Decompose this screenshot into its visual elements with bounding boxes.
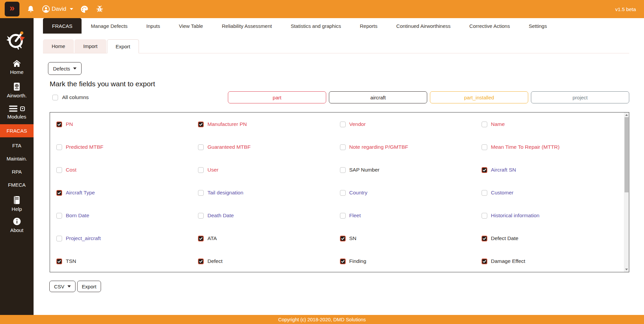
field-label: Note regarding P/GMTBF [349,144,408,150]
user-menu[interactable]: David [42,5,73,13]
nav-tab-inputs[interactable]: Inputs [146,18,160,34]
theme-palette-icon[interactable] [80,5,89,13]
field-checkbox-pn[interactable] [56,122,62,127]
field-label: Finding [349,258,366,264]
sidebar-item-about[interactable]: About [0,217,34,233]
field-checkbox-aircraft-sn[interactable] [482,167,487,173]
field-label: Tail designation [207,190,243,196]
field-checkbox-historical-information[interactable] [482,213,487,219]
sidebar-item-label: Home [10,69,23,75]
field-label: User [207,167,218,173]
sidebar-item-fracas[interactable]: FRACAS [0,124,34,137]
field-checkbox-aircraft-type[interactable] [56,190,62,196]
field-checkbox-project-aircraft[interactable] [56,236,62,241]
field-label: Historical information [491,213,540,219]
field-item-fleet: Fleet [340,213,482,219]
scroll-down-icon[interactable] [625,269,628,270]
sidebar-item-maintain[interactable]: Maintain. [0,153,34,164]
sidebar-item-help[interactable]: Help [0,196,34,212]
field-checkbox-defect-date[interactable] [482,236,487,241]
field-label: Mean Time To Repair (MTTR) [491,144,560,150]
footer: Copyright (c) 2018-2020, DMD Solutions [0,315,644,324]
nav-tab-continued-airworthiness[interactable]: Continued Airworthiness [396,18,451,34]
field-checkbox-sn[interactable] [340,236,346,241]
field-checkbox-name[interactable] [482,122,487,127]
category-button-aircraft[interactable]: aircraft [329,91,427,103]
field-checkbox-ata[interactable] [198,236,204,241]
field-label: Name [491,121,505,127]
field-item-country: Country [340,190,482,196]
notifications-bell-icon[interactable] [27,5,35,13]
field-item-aircraft-type: Aircraft Type [56,190,198,196]
nav-tab-manage-defects[interactable]: Manage Defects [91,18,128,34]
category-button-part-installed[interactable]: part_installed [430,91,528,103]
app-bird-logo [6,29,28,52]
sidebar: Home Airworth. Modules FRACAS FTA Mainta… [0,18,34,315]
field-item-sn: SN [340,235,482,241]
field-checkbox-user[interactable] [198,167,204,173]
version-label: v1.5 beta [615,6,636,12]
field-checkbox-death-date[interactable] [198,213,204,219]
field-checkbox-customer[interactable] [482,190,487,196]
sidebar-item-fta[interactable]: FTA [0,140,34,151]
field-checkbox-country[interactable] [340,190,346,196]
field-checkbox-defect[interactable] [198,259,204,264]
field-checkbox-born-date[interactable] [56,213,62,219]
field-checkbox-finding[interactable] [340,259,346,264]
sidebar-item-fmeca[interactable]: FMECA [0,179,34,190]
category-button-part[interactable]: part [228,91,326,103]
top-header: » David v1.5 beta [0,0,644,18]
scroll-up-icon[interactable] [625,114,628,116]
export-button[interactable]: Export [77,281,101,292]
home-icon [12,60,21,67]
field-checkbox-tsn[interactable] [56,259,62,264]
modules-dropdown-icon [20,106,25,111]
sidebar-item-airworthiness[interactable]: Airworth. [0,82,34,98]
nav-tab-reliability-assessment[interactable]: Reliability Assessment [222,18,272,34]
entity-dropdown-button[interactable]: Defects [48,62,82,75]
field-item-damage-effect: Damage Effect [482,258,623,264]
field-checkbox-sap-number[interactable] [340,167,346,173]
field-item-pn: PN [56,121,198,127]
field-label: ATA [207,235,217,241]
category-button-project[interactable]: project [531,91,629,103]
passport-globe-icon [13,82,21,91]
field-label: Defect [207,258,222,264]
field-checkbox-predicted-mtbf[interactable] [56,144,62,150]
field-checkbox-mean-time-to-repair-mttr[interactable] [482,144,487,150]
copyright-text: Copyright (c) 2018-2020, DMD Solutions [278,317,366,322]
sidebar-item-rpa[interactable]: RPA [0,166,34,177]
field-checkbox-guaranteed-mtbf[interactable] [198,144,204,150]
bottom-controls: CSV Export [49,281,644,292]
field-label: Fleet [349,213,361,219]
all-columns-checkbox[interactable] [52,95,58,100]
field-checkbox-note-regarding-p-gmtbf[interactable] [340,144,346,150]
field-item-vendor: Vendor [340,121,482,127]
format-dropdown-button[interactable]: CSV [49,281,76,292]
nav-tab-settings[interactable]: Settings [529,18,547,34]
subnav-tab-export[interactable]: Export [107,39,139,53]
field-checkbox-damage-effect[interactable] [482,259,487,264]
nav-tab-reports[interactable]: Reports [360,18,378,34]
panel-scrollbar[interactable] [624,112,629,272]
sidebar-item-modules[interactable]: Modules [0,105,34,120]
nav-tab-view-table[interactable]: View Table [179,18,203,34]
field-checkbox-tail-designation[interactable] [198,190,204,196]
nav-tab-corrective-actions[interactable]: Corrective Actions [469,18,510,34]
field-checkbox-manufacturer-pn[interactable] [198,122,204,127]
sidebar-item-home[interactable]: Home [0,60,34,75]
nav-tab-statistics-and-graphics[interactable]: Statistics and graphics [291,18,341,34]
scrollbar-thumb[interactable] [625,117,629,192]
subnav-tab-import[interactable]: Import [75,39,106,53]
sidebar-collapse-button[interactable]: » [5,2,19,16]
field-label: Project_aircraft [66,235,101,241]
field-checkbox-fleet[interactable] [340,213,346,219]
field-checkbox-cost[interactable] [56,167,62,173]
all-columns-label: All columns [62,94,89,100]
field-checkbox-vendor[interactable] [340,122,346,127]
field-label: Death Date [207,213,234,219]
nav-tab-fracas[interactable]: FRACAS [43,18,82,34]
debug-bug-icon[interactable] [96,5,104,13]
user-avatar-icon [42,5,50,13]
subnav-tab-home[interactable]: Home [43,39,74,53]
